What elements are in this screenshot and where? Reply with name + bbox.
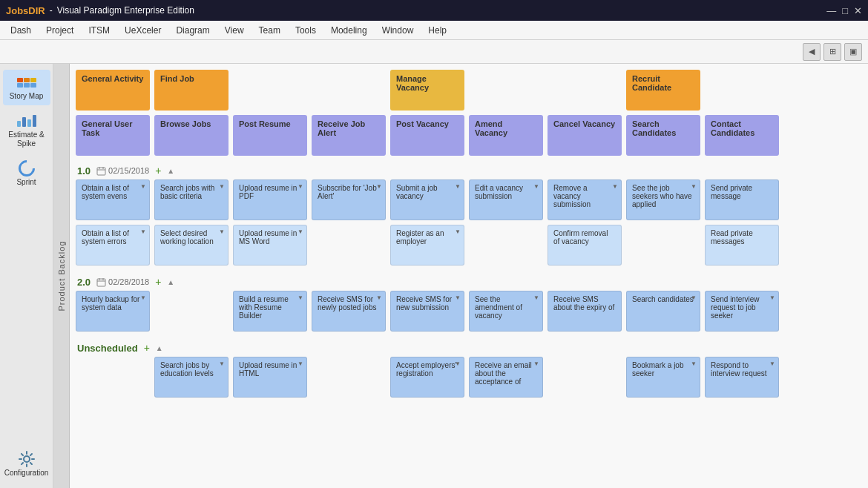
story-search-candidates[interactable]: Search Candidates [626,115,700,156]
sprint-1-toggle[interactable]: ▲ [167,167,174,175]
story-post-vacancy[interactable]: Post Vacancy [390,115,464,156]
main-area: Story Map Estimate & Spike Sprint [0,64,868,488]
dropdown-arrow[interactable]: ▼ [140,183,146,190]
dropdown-arrow[interactable]: ▼ [769,360,775,367]
close-button[interactable]: ✕ [854,5,862,16]
task-upload-html[interactable]: ▼ Upload resume in HTML [233,357,307,398]
maximize-button[interactable]: □ [842,5,848,16]
menu-window[interactable]: Window [375,24,421,37]
task-submit-job-vacancy[interactable]: ▼ Submit a job vacancy [390,179,464,220]
dropdown-arrow[interactable]: ▼ [297,183,303,190]
dropdown-arrow[interactable]: ▼ [691,294,697,301]
menu-diagram[interactable]: Diagram [168,24,217,37]
menu-bar: Dash Project ITSM UeXceler Diagram View … [0,21,868,40]
dropdown-arrow[interactable]: ▼ [297,294,303,301]
task-obtain-system-errors[interactable]: ▼ Obtain a list of system errors [76,225,150,266]
menu-dash[interactable]: Dash [3,24,39,37]
toolbar: ◀ ⊞ ▣ [0,40,868,64]
sidebar-item-sprint[interactable]: Sprint [3,156,50,191]
unscheduled-add[interactable]: + [144,342,150,354]
menu-uexceler[interactable]: UeXceler [117,24,168,37]
sprint-1-add[interactable]: + [155,165,161,177]
dropdown-arrow[interactable]: ▼ [533,360,539,367]
toolbar-btn-3[interactable]: ▣ [844,43,862,61]
menu-itsm[interactable]: ITSM [81,24,117,37]
task-confirm-removal[interactable]: Confirm removal of vacancy [548,225,622,266]
task-send-private[interactable]: Send private message [705,179,779,220]
task-remove-vacancy[interactable]: ▼ Remove a vacancy submission [548,179,622,220]
task-search-basic-criteria[interactable]: ▼ Search jobs with basic criteria [154,179,228,220]
unscheduled-rows: ▼ Search jobs by education levels ▼ Uplo… [76,357,862,398]
window-controls[interactable]: — □ ✕ [826,5,862,16]
task-subscribe-job-alert[interactable]: ▼ Subscribe for 'Job Alert' [312,179,386,220]
dropdown-arrow[interactable]: ▼ [533,183,539,190]
task-obtain-system-evens[interactable]: ▼ Obtain a list of system evens [76,179,150,220]
dropdown-arrow[interactable]: ▼ [376,294,382,301]
story-receive-job-alert[interactable]: Receive Job Alert [312,115,386,156]
story-contact-candidates[interactable]: Contact Candidates [705,115,779,156]
sidebar-item-config[interactable]: Configuration [3,446,50,482]
dropdown-arrow[interactable]: ▼ [140,294,146,301]
dropdown-arrow[interactable]: ▼ [691,360,697,367]
task-edit-vacancy[interactable]: ▼ Edit a vacancy submission [469,179,543,220]
toolbar-btn-2[interactable]: ⊞ [823,43,841,61]
task-send-interview[interactable]: ▼ Send interview request to job seeker [705,291,779,332]
menu-view[interactable]: View [217,24,251,37]
menu-team[interactable]: Team [251,24,288,37]
dropdown-arrow[interactable]: ▼ [455,360,461,367]
task-select-working-location[interactable]: ▼ Select desired working location [154,225,228,266]
dropdown-arrow[interactable]: ▼ [455,228,461,235]
dropdown-arrow[interactable]: ▼ [297,228,303,235]
epic-find-job[interactable]: Find Job [154,70,228,111]
story-cancel-vacancy[interactable]: Cancel Vacancy [548,115,622,156]
task-read-private[interactable]: Read private messages [705,225,779,266]
sidebar-item-estimate[interactable]: Estimate & Spike [3,108,50,153]
story-post-resume[interactable]: Post Resume [233,115,307,156]
task-receive-email[interactable]: ▼ Receive an email about the acceptance … [469,357,543,398]
dropdown-arrow[interactable]: ▼ [455,183,461,190]
task-see-job-seekers[interactable]: ▼ See the job seekers who have applied [626,179,700,220]
task-build-resume[interactable]: ▼ Build a resume with Resume Builder [233,291,307,332]
task-search-candidates-2[interactable]: ▼ Search candidates [626,291,700,332]
task-receive-sms-posted[interactable]: ▼ Receive SMS for newly posted jobs [312,291,386,332]
epic-recruit-candidate[interactable]: Recruit Candidate [626,70,700,111]
sidebar-item-storymap[interactable]: Story Map [3,70,50,105]
task-register-employer[interactable]: ▼ Register as an employer [390,225,464,266]
dropdown-arrow[interactable]: ▼ [612,183,618,190]
task-respond-interview[interactable]: ▼ Respond to interview request [705,357,779,398]
menu-tools[interactable]: Tools [288,24,323,37]
dropdown-arrow[interactable]: ▼ [455,294,461,301]
task-upload-pdf[interactable]: ▼ Upload resume in PDF [233,179,307,220]
task-receive-sms-new[interactable]: ▼ Receive SMS for new submission [390,291,464,332]
dropdown-arrow[interactable]: ▼ [219,360,225,367]
task-see-amendment[interactable]: ▼ See the amendment of vacancy [469,291,543,332]
dropdown-arrow[interactable]: ▼ [376,183,382,190]
story-browse-jobs[interactable]: Browse Jobs [154,115,228,156]
task-hourly-backup[interactable]: ▼ Hourly backup for system data [76,291,150,332]
dropdown-arrow[interactable]: ▼ [533,294,539,301]
toolbar-btn-1[interactable]: ◀ [803,43,821,61]
task-bookmark-seeker[interactable]: ▼ Bookmark a job seeker [626,357,700,398]
minimize-button[interactable]: — [826,5,836,16]
dropdown-arrow[interactable]: ▼ [297,360,303,367]
story-general-user-task[interactable]: General User Task [76,115,150,156]
sprint-2-toggle[interactable]: ▲ [167,278,174,286]
dropdown-arrow[interactable]: ▼ [140,228,146,235]
task-accept-employers[interactable]: ▼ Accept employers' registration [390,357,464,398]
menu-modeling[interactable]: Modeling [323,24,375,37]
board[interactable]: General Activity Find Job Manage Vacancy… [70,64,868,488]
dropdown-arrow[interactable]: ▼ [219,183,225,190]
epic-general-activity[interactable]: General Activity [76,70,150,111]
dropdown-arrow[interactable]: ▼ [769,294,775,301]
epic-manage-vacancy[interactable]: Manage Vacancy [390,70,464,111]
task-search-education[interactable]: ▼ Search jobs by education levels [154,357,228,398]
menu-help[interactable]: Help [421,24,454,37]
task-receive-sms-expiry[interactable]: Receive SMS about the expiry of [548,291,622,332]
menu-project[interactable]: Project [39,24,81,37]
story-amend-vacancy[interactable]: Amend Vacancy [469,115,543,156]
dropdown-arrow[interactable]: ▼ [691,183,697,190]
task-upload-ms-word[interactable]: ▼ Upload resume in MS Word [233,225,307,266]
dropdown-arrow[interactable]: ▼ [219,228,225,235]
sprint-2-add[interactable]: + [155,276,161,288]
unscheduled-toggle[interactable]: ▲ [156,344,163,352]
